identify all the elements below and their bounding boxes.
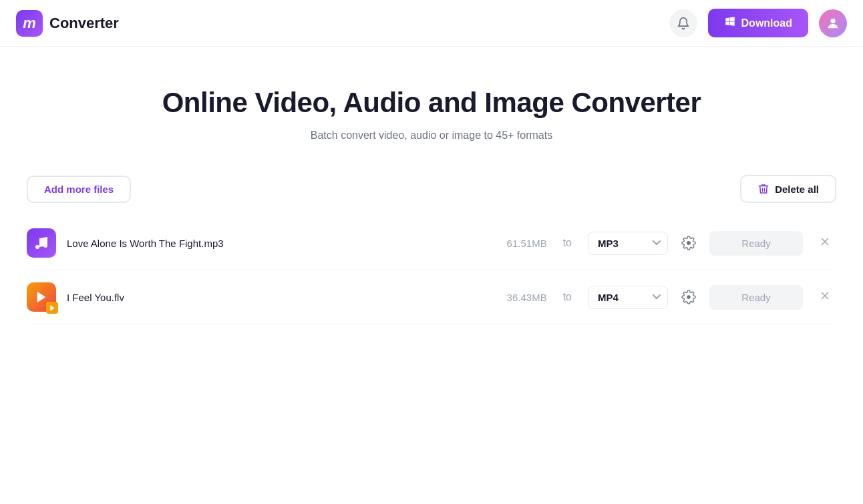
music-note-icon xyxy=(33,235,49,251)
table-row: I Feel You.flv 36.43MB to MP4 MP3 AVI MO… xyxy=(27,270,836,324)
avatar-button[interactable] xyxy=(819,9,847,37)
settings-button[interactable] xyxy=(679,287,699,307)
header: m Converter Download xyxy=(0,0,863,47)
logo-area: m Converter xyxy=(16,10,119,37)
file-size: 36.43MB xyxy=(494,292,547,303)
bell-icon xyxy=(677,17,690,30)
file-size: 61.51MB xyxy=(494,238,547,249)
windows-icon xyxy=(724,15,736,31)
download-button[interactable]: Download xyxy=(708,9,808,37)
logo-text: Converter xyxy=(49,15,119,32)
main-content: Online Video, Audio and Image Converter … xyxy=(0,47,863,351)
avatar-icon xyxy=(826,16,840,31)
page-subtitle: Batch convert video, audio or image to 4… xyxy=(27,130,836,142)
video-file-icon xyxy=(27,282,56,312)
to-label: to xyxy=(563,291,572,303)
close-icon xyxy=(819,290,831,302)
file-list: Love Alone Is Worth The Fight.mp3 61.51M… xyxy=(27,216,836,324)
svg-marker-6 xyxy=(37,292,46,303)
video-badge xyxy=(46,302,58,314)
svg-point-3 xyxy=(687,241,691,245)
gear-icon xyxy=(681,290,696,304)
settings-button[interactable] xyxy=(679,233,699,253)
status-badge: Ready xyxy=(709,231,803,256)
audio-file-icon xyxy=(27,228,56,258)
status-badge: Ready xyxy=(709,285,803,310)
delete-all-button[interactable]: Delete all xyxy=(740,175,836,203)
file-name: Love Alone Is Worth The Fight.mp3 xyxy=(67,238,483,249)
remove-file-button[interactable] xyxy=(814,287,836,308)
svg-point-0 xyxy=(830,18,835,23)
svg-point-1 xyxy=(35,245,39,249)
svg-point-2 xyxy=(43,244,47,248)
format-select[interactable]: MP4 MP3 AVI MOV MKV FLV xyxy=(588,286,668,309)
add-files-button[interactable]: Add more files xyxy=(27,176,131,203)
file-name: I Feel You.flv xyxy=(67,292,483,303)
video-badge-icon xyxy=(49,304,56,312)
toolbar: Add more files Delete all xyxy=(27,175,836,203)
windows-logo xyxy=(724,15,736,27)
close-icon xyxy=(819,236,831,248)
page-title: Online Video, Audio and Image Converter xyxy=(27,87,836,119)
to-label: to xyxy=(563,237,572,249)
delete-all-label: Delete all xyxy=(775,184,819,195)
format-select[interactable]: MP3 MP4 WAV AAC FLAC OGG xyxy=(588,232,668,255)
svg-marker-7 xyxy=(50,305,54,310)
trash-icon xyxy=(757,183,769,195)
table-row: Love Alone Is Worth The Fight.mp3 61.51M… xyxy=(27,216,836,270)
bell-button[interactable] xyxy=(669,9,697,37)
gear-icon xyxy=(681,236,696,250)
logo-icon: m xyxy=(16,10,43,37)
download-label: Download xyxy=(741,17,792,29)
header-actions: Download xyxy=(669,9,847,37)
remove-file-button[interactable] xyxy=(814,233,836,254)
